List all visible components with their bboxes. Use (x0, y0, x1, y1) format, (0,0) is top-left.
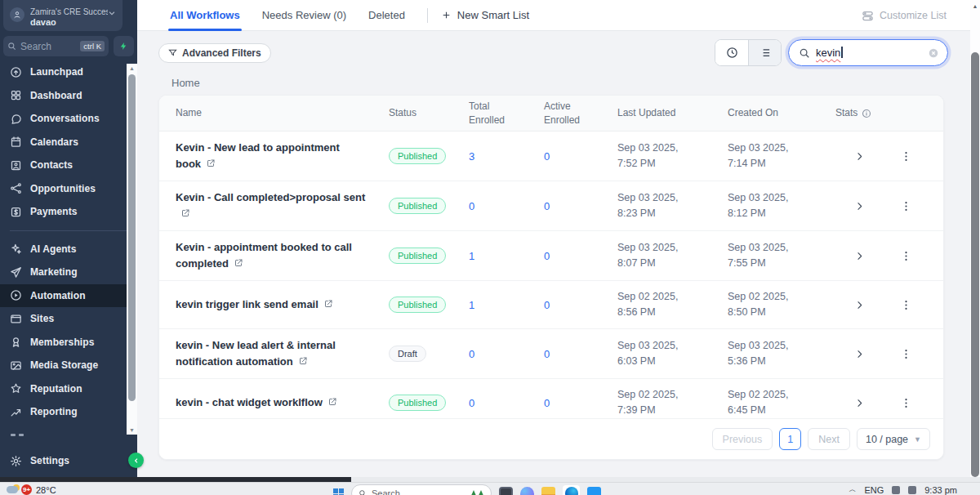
active-enrolled-value[interactable]: 0 (544, 250, 617, 262)
taskbar-search[interactable]: Search (351, 484, 492, 495)
sidebar-item-ai-agents[interactable]: AI Agents (0, 238, 137, 261)
wifi-icon[interactable] (892, 486, 900, 494)
total-enrolled-value[interactable]: 1 (469, 250, 544, 262)
expand-stats-button[interactable] (835, 349, 883, 359)
account-switcher[interactable]: Zamira's CRE Success davao (3, 0, 122, 31)
page-scrollbar-thumb[interactable] (971, 52, 979, 477)
sidebar-item-sites[interactable]: Sites (0, 307, 137, 331)
workflow-name-link[interactable]: Kevin - Call completed>proposal sent (176, 181, 389, 230)
active-enrolled-value[interactable]: 0 (544, 299, 617, 311)
workflow-name-link[interactable]: Kevin - New lead to appointment book (176, 132, 389, 181)
workflow-name-link[interactable]: kevin - chat widget worklflow (176, 386, 389, 420)
task-view-button[interactable] (499, 487, 513, 495)
sidebar-item-dashboard[interactable]: Dashboard (0, 84, 137, 108)
total-enrolled-value[interactable]: 0 (469, 200, 544, 212)
view-toggle (715, 39, 782, 66)
active-enrolled-value[interactable]: 0 (544, 150, 617, 163)
scroll-up-icon[interactable]: ▲ (127, 65, 137, 71)
sidebar-item-launchpad[interactable]: Launchpad (0, 60, 137, 84)
tab-deleted[interactable]: Deleted (368, 0, 405, 31)
sidebar-search-placeholder: Search (20, 41, 80, 52)
clear-search-icon[interactable] (928, 47, 939, 59)
workflow-name-link[interactable]: kevin trigger link send email (176, 288, 389, 322)
file-explorer-button[interactable] (541, 487, 555, 495)
plus-icon (441, 10, 452, 20)
breadcrumb: Home (172, 77, 980, 89)
weather-widget[interactable]: 9+ 28°C (7, 484, 56, 495)
reporting-icon (10, 406, 22, 418)
sidebar-item-media-storage[interactable]: Media Storage (0, 354, 137, 377)
windows-start-button[interactable] (333, 488, 344, 495)
previous-page-button[interactable]: Previous (712, 428, 773, 450)
created-on-value: Sep 03 2025, 7:14 PM (728, 140, 835, 172)
kebab-icon (900, 348, 912, 360)
active-enrolled-value[interactable]: 0 (544, 348, 617, 360)
customize-list-button[interactable]: Customize List (862, 0, 947, 31)
column-header-last-updated: Last Updated (617, 106, 728, 119)
sidebar-item-opportunities[interactable]: Opportunities (0, 177, 137, 201)
tab-all-workflows[interactable]: All Workflows (170, 0, 240, 31)
copilot-button[interactable] (520, 487, 534, 495)
total-enrolled-value[interactable]: 0 (469, 397, 544, 409)
next-page-button[interactable]: Next (808, 428, 850, 450)
current-page-button[interactable]: 1 (779, 428, 801, 450)
row-menu-button[interactable] (883, 299, 929, 311)
sidebar-item-marketing[interactable]: Marketing (0, 261, 137, 284)
status-badge: Published (389, 198, 446, 214)
list-view-button[interactable] (748, 40, 781, 65)
active-enrolled-value[interactable]: 0 (544, 200, 617, 212)
column-header-total-enrolled: Total Enrolled (469, 100, 544, 126)
sidebar-item-conversations[interactable]: Conversations (0, 107, 137, 131)
sidebar-item-reporting[interactable]: Reporting (0, 400, 137, 424)
sidebar-item-contacts[interactable]: Contacts (0, 154, 137, 177)
tab-needs-review-0-[interactable]: Needs Review (0) (262, 0, 346, 31)
expand-stats-button[interactable] (835, 398, 883, 408)
workflow-name-link[interactable]: kevin - New lead alert & internal notifi… (176, 329, 389, 378)
launchpad-icon (10, 66, 22, 78)
page-scrollbar[interactable]: ▲ (970, 0, 980, 477)
notification-badge: 9+ (21, 484, 32, 495)
external-link-icon (327, 397, 337, 407)
row-menu-button[interactable] (883, 397, 929, 409)
workflow-name-link[interactable]: Kevin - appointment booked to call compl… (176, 231, 389, 280)
external-link-icon (234, 258, 243, 268)
sidebar-item-automation[interactable]: Automation (0, 284, 137, 308)
row-menu-button[interactable] (883, 150, 929, 163)
volume-icon[interactable] (908, 486, 916, 494)
scroll-down-icon[interactable]: ▼ (127, 427, 137, 433)
active-enrolled-value[interactable]: 0 (544, 397, 617, 409)
edge-browser-button[interactable] (563, 485, 580, 495)
total-enrolled-value[interactable]: 3 (469, 150, 544, 163)
row-menu-button[interactable] (883, 250, 929, 262)
expand-stats-button[interactable] (835, 300, 883, 310)
quick-actions-button[interactable] (114, 36, 134, 56)
app-window-button[interactable] (587, 487, 601, 495)
advanced-filters-button[interactable]: Advanced Filters (158, 43, 271, 63)
page-size-select[interactable]: 10 / page ▼ (857, 428, 930, 450)
row-menu-button[interactable] (883, 348, 929, 360)
total-enrolled-value[interactable]: 0 (469, 348, 544, 360)
workflow-search-input[interactable]: kevin (788, 39, 948, 66)
sidebar-scrollbar-thumb[interactable] (128, 74, 136, 401)
new-smart-list-button[interactable]: New Smart List (441, 9, 529, 21)
sidebar-search-input[interactable]: Search ctrl K (3, 36, 109, 56)
sidebar-scrollbar[interactable]: ▲ ▼ (127, 64, 137, 435)
expand-stats-button[interactable] (835, 201, 883, 212)
marketing-icon (10, 266, 22, 279)
collapse-sidebar-button[interactable] (128, 453, 144, 468)
sidebar-item-settings[interactable]: Settings (0, 449, 137, 473)
scroll-up-icon[interactable]: ▲ (970, 3, 980, 9)
expand-stats-button[interactable] (835, 151, 883, 162)
sidebar-item-reputation[interactable]: Reputation (0, 377, 137, 401)
clock-label[interactable]: 9:33 pm (924, 485, 957, 495)
tray-chevron-icon[interactable]: ︿ (849, 484, 856, 495)
sidebar-item-payments[interactable]: Payments (0, 200, 137, 224)
sidebar-item-calendars[interactable]: Calendars (0, 131, 137, 154)
taskbar-search-placeholder: Search (372, 488, 400, 495)
recent-view-button[interactable] (715, 40, 748, 65)
language-indicator[interactable]: ENG (864, 485, 884, 495)
row-menu-button[interactable] (883, 200, 929, 212)
sidebar-item-memberships[interactable]: Memberships (0, 331, 137, 355)
total-enrolled-value[interactable]: 1 (469, 299, 544, 311)
expand-stats-button[interactable] (835, 251, 883, 261)
